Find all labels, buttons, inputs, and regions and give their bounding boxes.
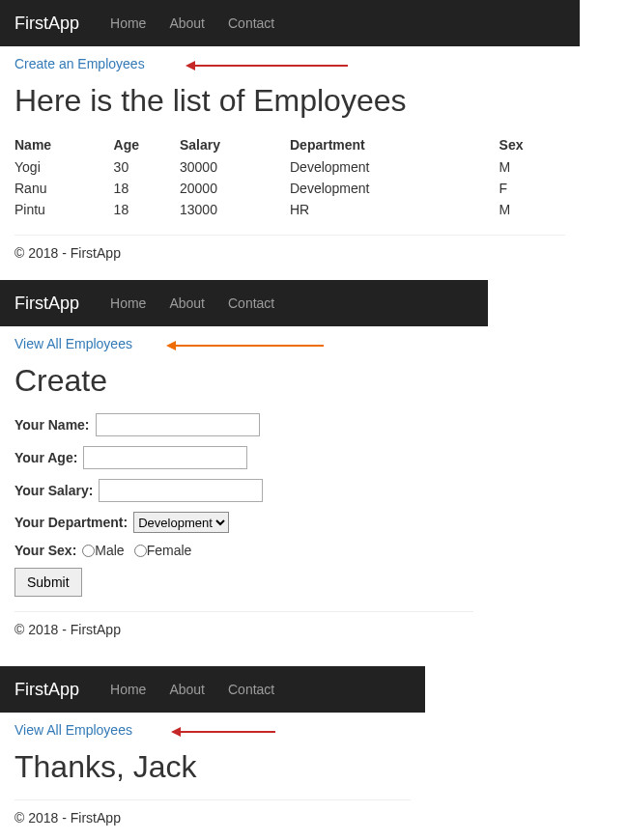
footer: © 2018 - FirstApp [14,622,473,637]
sex-male-radio[interactable] [82,545,95,557]
cell-name: Ranu [14,178,114,199]
department-select[interactable]: Development [133,512,229,533]
cell-salary: 30000 [180,156,290,178]
cell-sex: F [500,178,565,199]
navbar: FirstApp Home About Contact [0,280,488,326]
cell-salary: 13000 [180,199,290,220]
brand[interactable]: FirstApp [14,14,79,34]
view-all-employees-link[interactable]: View All Employees [14,336,132,351]
employee-table: Name Age Salary Department Sex Yogi 30 3… [14,133,565,220]
label-sex: Your Sex: [14,543,76,558]
sex-male-label: Male [95,543,124,558]
annotation-arrow-icon [193,65,348,67]
nav-home[interactable]: Home [110,682,146,697]
col-salary: Salary [180,133,290,156]
brand[interactable]: FirstApp [14,294,79,314]
label-department: Your Department: [14,515,128,530]
divider [14,611,473,612]
cell-name: Yogi [14,156,114,178]
label-name: Your Name: [14,417,90,433]
navbar: FirstApp Home About Contact [0,666,425,713]
cell-department: HR [290,199,500,220]
cell-name: Pintu [14,199,114,220]
col-name: Name [14,133,114,156]
nav-contact[interactable]: Contact [228,15,274,31]
nav-about[interactable]: About [169,682,205,697]
brand[interactable]: FirstApp [14,680,79,700]
nav-about[interactable]: About [169,295,205,311]
sex-female-label: Female [147,543,192,558]
nav-home[interactable]: Home [110,295,146,311]
footer: © 2018 - FirstApp [14,245,565,261]
navbar: FirstApp Home About Contact [0,0,580,46]
col-age: Age [114,133,180,156]
nav-contact[interactable]: Contact [228,295,274,311]
cell-sex: M [500,199,565,220]
page-heading: Create [14,363,473,399]
label-salary: Your Salary: [14,483,93,498]
sex-female-radio[interactable] [134,545,147,557]
create-employee-link[interactable]: Create an Employees [14,56,145,71]
cell-sex: M [500,156,565,178]
page-heading: Here is the list of Employees [14,83,565,119]
view-all-employees-link[interactable]: View All Employees [14,722,132,738]
name-input[interactable] [96,413,260,436]
annotation-arrow-icon [179,731,275,733]
table-row: Yogi 30 30000 Development M [14,156,565,178]
nav-about[interactable]: About [169,15,205,31]
divider [14,799,411,800]
label-age: Your Age: [14,450,77,465]
cell-department: Development [290,178,500,199]
nav-home[interactable]: Home [110,15,146,31]
cell-salary: 20000 [180,178,290,199]
footer: © 2018 - FirstApp [14,810,411,826]
submit-button[interactable]: Submit [14,568,82,597]
salary-input[interactable] [99,479,263,502]
cell-age: 30 [114,156,180,178]
cell-age: 18 [114,199,180,220]
divider [14,235,565,236]
cell-age: 18 [114,178,180,199]
annotation-arrow-icon [174,345,324,347]
cell-department: Development [290,156,500,178]
nav-contact[interactable]: Contact [228,682,274,697]
table-header-row: Name Age Salary Department Sex [14,133,565,156]
col-department: Department [290,133,500,156]
table-row: Ranu 18 20000 Development F [14,178,565,199]
page-heading: Thanks, Jack [14,749,411,785]
age-input[interactable] [83,446,247,469]
table-row: Pintu 18 13000 HR M [14,199,565,220]
col-sex: Sex [500,133,565,156]
